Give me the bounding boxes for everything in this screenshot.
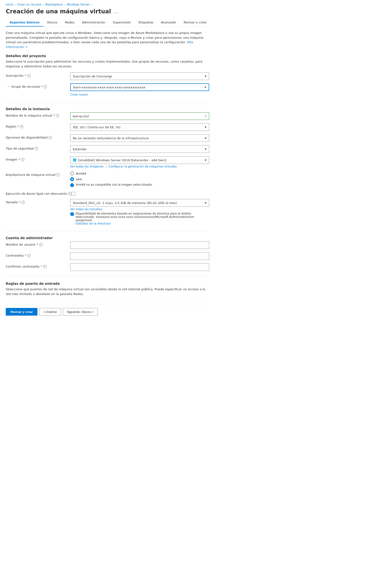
subscription-info-icon[interactable]: i xyxy=(27,74,30,77)
size-label: Tamaño * i xyxy=(6,199,70,204)
confirm-password-info-icon[interactable]: i xyxy=(43,265,47,268)
region-dropdown[interactable]: (EE. UU.) Centro-sur de EE. UU. ▼ xyxy=(70,123,209,131)
breadcrumb-marketplace[interactable]: Marketplace xyxy=(45,3,63,6)
username-row: Nombre de usuario * i xyxy=(6,241,209,249)
next-button[interactable]: Siguiente: Discos > xyxy=(63,308,98,316)
size-info-msg: i Disponibilidad de elementos basada en … xyxy=(70,212,209,225)
subscription-label: Suscripción * i xyxy=(6,72,70,77)
username-info-icon[interactable]: i xyxy=(39,243,43,246)
project-details-desc: Seleccione la suscripción para administr… xyxy=(6,59,209,69)
rg-info-icon[interactable]: i xyxy=(43,85,47,88)
password-control xyxy=(70,252,209,260)
confirm-password-input[interactable] xyxy=(70,263,209,271)
breadcrumb-inicio[interactable]: Inicio xyxy=(6,3,13,6)
azure-spot-row: Ejecución de Azure Spot con descuento i xyxy=(6,190,209,196)
previous-button[interactable]: < Anterior xyxy=(39,308,61,316)
radio-x64-label: x64 xyxy=(76,177,82,181)
vm-name-check-icon: ✓ xyxy=(204,114,207,118)
resource-group-dropdown[interactable]: learn-xxxxxxxx-xxxx-xxxx-xxxx-xxxxxxxxxx… xyxy=(70,83,209,91)
username-input[interactable] xyxy=(70,241,209,249)
vm-name-control: ✓ xyxy=(70,112,209,120)
breadcrumb-crear-recurso[interactable]: Crear un recurso xyxy=(17,3,41,6)
tab-administracion[interactable]: Administración xyxy=(78,19,109,27)
radio-x64-circle xyxy=(70,177,74,181)
architecture-info-message: i Arm64 no es compatible con la imagen s… xyxy=(70,183,209,187)
azure-spot-info-icon[interactable]: i xyxy=(68,192,71,195)
inbound-ports-desc: Seleccione qué puertos de red de máquina… xyxy=(6,287,209,296)
architecture-info-bubble-icon: i xyxy=(70,183,74,187)
username-label: Nombre de usuario * i xyxy=(6,241,70,246)
availability-row: Opciones de disponibilidad i No se neces… xyxy=(6,134,209,142)
admin-account-header: Cuenta de administrador xyxy=(6,236,209,240)
all-sizes-link[interactable]: Ver todos los tamaños xyxy=(70,208,102,211)
confirm-password-control xyxy=(70,263,209,271)
username-required: * xyxy=(37,243,38,246)
tab-discos[interactable]: Discos xyxy=(43,19,61,27)
region-label: Región * i xyxy=(6,123,70,128)
architecture-label: Arquitectura de máquina virtual i xyxy=(6,172,70,176)
region-info-icon[interactable]: i xyxy=(20,125,23,128)
image-info-icon[interactable]: i xyxy=(21,158,24,161)
availability-label: Opciones de disponibilidad i xyxy=(6,134,70,139)
configure-gen-link[interactable]: Configurar la generación de máquinas vir… xyxy=(108,165,177,168)
breadcrumb-sep-4: › xyxy=(91,3,92,6)
size-dropdown[interactable]: Standard_DS1_v2: 1 vcpu, 3,5 GiB de memo… xyxy=(70,199,209,207)
directive-link[interactable]: (Detalles de la directiva) xyxy=(76,222,111,225)
subscription-control: Suscripción de Concierge ▼ xyxy=(70,72,209,80)
all-images-link[interactable]: Ver todas las imágenes xyxy=(70,165,104,168)
architecture-row: Arquitectura de máquina virtual i Arm64 … xyxy=(6,172,209,187)
inbound-ports-section: Reglas de puerto de entrada Seleccione q… xyxy=(6,282,209,296)
image-label: Imagen * i xyxy=(6,156,70,161)
subscription-dropdown[interactable]: Suscripción de Concierge ▼ xyxy=(70,72,209,80)
tab-aspectos-basicos[interactable]: Aspectos básicos xyxy=(6,19,43,27)
size-info-icon[interactable]: i xyxy=(22,201,25,204)
password-row: Contraseña * i xyxy=(6,252,209,260)
svg-rect-0 xyxy=(73,159,75,160)
region-required: * xyxy=(18,125,19,128)
image-dropdown[interactable]: [smalldisk] Windows Server 2019 Datacent… xyxy=(70,156,209,164)
size-info-box: Ver todos los tamaños i Disponibilidad d… xyxy=(70,208,209,225)
radio-arm64[interactable]: Arm64 xyxy=(70,172,209,175)
breadcrumb-sep-2: › xyxy=(43,3,44,6)
password-required: * xyxy=(25,254,26,257)
radio-x64[interactable]: x64 xyxy=(70,177,209,181)
architecture-info-icon[interactable]: i xyxy=(56,173,60,176)
admin-account-section: Cuenta de administrador Nombre de usuari… xyxy=(6,236,209,271)
instance-details-header: Detalles de la instancia xyxy=(6,107,209,111)
create-new-rg-link[interactable]: Crear nuevo xyxy=(70,93,88,96)
tab-etiquetas[interactable]: Etiquetas xyxy=(135,19,157,27)
tab-avanzado[interactable]: Avanzado xyxy=(157,19,180,27)
availability-info-icon[interactable]: i xyxy=(49,136,52,139)
architecture-control: Arm64 x64 i Arm64 no es compatible con l… xyxy=(70,172,209,187)
availability-dropdown[interactable]: No se necesita redundancia de la infraes… xyxy=(70,134,209,142)
password-input[interactable] xyxy=(70,252,209,260)
radio-arm64-label: Arm64 xyxy=(76,172,86,175)
tab-supervision[interactable]: Supervisión xyxy=(109,19,135,27)
confirm-password-row: Confirmar contraseña * i xyxy=(6,263,209,271)
more-options-button[interactable]: ... xyxy=(113,9,119,14)
resource-group-row: Grupo de recursos * i learn-xxxxxxxx-xxx… xyxy=(6,83,209,96)
tab-revisar-crear[interactable]: Revisar y crear xyxy=(180,19,210,27)
project-details-section: Detalles del proyecto Seleccione la susc… xyxy=(6,54,209,96)
security-type-info-icon[interactable]: i xyxy=(35,147,38,150)
review-create-button[interactable]: Revisar y crear xyxy=(6,308,37,316)
breadcrumb-windows-server[interactable]: Windows Server xyxy=(67,3,90,6)
architecture-radio-group: Arm64 x64 xyxy=(70,172,209,181)
azure-spot-checkbox[interactable] xyxy=(71,192,75,196)
password-info-icon[interactable]: i xyxy=(27,254,30,257)
architecture-info-text: Arm64 no es compatible con la imagen sel… xyxy=(76,183,153,186)
vm-name-input-wrapper: ✓ xyxy=(70,112,209,120)
security-type-dropdown[interactable]: Estándar ▼ xyxy=(70,145,209,153)
size-row: Tamaño * i Standard_DS1_v2: 1 vcpu, 3,5 … xyxy=(6,199,209,225)
azure-spot-label: Ejecución de Azure Spot con descuento i xyxy=(6,190,71,195)
security-type-control: Estándar ▼ xyxy=(70,145,209,153)
resource-group-label: Grupo de recursos * i xyxy=(6,83,70,88)
vm-name-input[interactable] xyxy=(70,112,209,120)
confirm-password-required: * xyxy=(41,265,42,268)
rg-chevron-icon: ▼ xyxy=(204,86,206,89)
azure-spot-control xyxy=(71,190,209,196)
tab-redes[interactable]: Redes xyxy=(61,19,78,27)
windows-icon xyxy=(73,158,77,162)
vm-name-info-icon[interactable]: i xyxy=(56,114,59,117)
vm-name-row: Nombre de la máquina virtual * i ✓ xyxy=(6,112,209,120)
